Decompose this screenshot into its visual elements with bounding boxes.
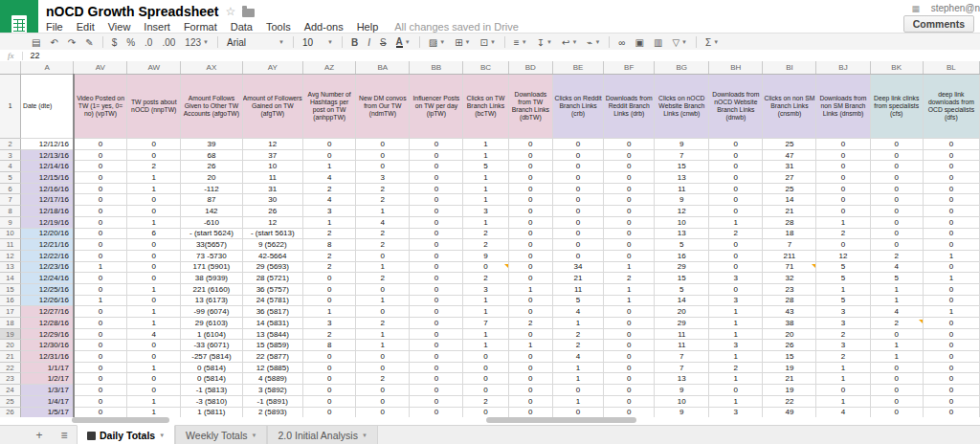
cell-BF2[interactable]: 0	[604, 139, 655, 150]
menu-data[interactable]: Data	[224, 21, 259, 33]
cell-BI7[interactable]: 14	[763, 194, 816, 206]
cell-AZ18[interactable]: 3	[303, 318, 356, 329]
cell-AX20[interactable]: -33 (6071)	[181, 340, 242, 351]
cell-BL18[interactable]: 0	[923, 318, 979, 329]
cell-BJ21[interactable]: 2	[816, 351, 870, 363]
row-header-24[interactable]: 24	[0, 385, 21, 396]
cell-BK23[interactable]: 0	[870, 373, 923, 385]
cell-BH19[interactable]: 1	[709, 328, 763, 340]
cell-BH26[interactable]: 3	[709, 407, 763, 417]
row-header-5[interactable]: 5	[0, 172, 21, 184]
cell-BB13[interactable]: 0	[410, 261, 463, 273]
column-header-BI[interactable]: BI	[763, 61, 816, 75]
paint-format-icon[interactable]: ✎	[80, 37, 98, 48]
cell-AX15[interactable]: 221 (6160)	[181, 283, 242, 295]
cell-BK10[interactable]: 0	[870, 228, 923, 239]
cell-A15[interactable]: 12/25/16	[21, 283, 74, 295]
menu-edit[interactable]: Edit	[70, 21, 101, 33]
cell-BK3[interactable]: 0	[870, 149, 923, 161]
cell-BD5[interactable]: 0	[508, 172, 553, 184]
cell-BJ3[interactable]: 0	[816, 149, 870, 161]
cell-AW26[interactable]: 1	[127, 407, 181, 417]
cell-AY23[interactable]: 4 (5889)	[242, 373, 302, 385]
cell-BL17[interactable]: 1	[923, 306, 979, 318]
cell-BC19[interactable]: 1	[463, 328, 508, 340]
cell-BA10[interactable]: 2	[356, 228, 410, 239]
cell-BA24[interactable]: 0	[356, 385, 410, 396]
cell-A13[interactable]: 12/23/16	[21, 261, 74, 273]
cell-BK4[interactable]: 0	[870, 161, 923, 172]
cell-AW6[interactable]: 1	[127, 183, 181, 194]
cell-BE24[interactable]: 0	[553, 385, 604, 396]
column-header-BE[interactable]: BE	[553, 61, 604, 75]
cell-AV8[interactable]: 0	[74, 206, 127, 217]
cell-AV6[interactable]: 0	[74, 183, 127, 194]
cell-BH8[interactable]: 0	[709, 206, 763, 217]
cell-BH22[interactable]: 2	[709, 362, 763, 373]
currency-icon[interactable]: $	[107, 37, 122, 48]
cell-BJ4[interactable]: 0	[816, 161, 870, 172]
cell-BK1[interactable]: Deep link clinks from specialists (cfs)	[870, 75, 923, 139]
cell-BD7[interactable]: 0	[508, 194, 553, 206]
cell-BA6[interactable]: 2	[356, 183, 410, 194]
cell-BI23[interactable]: 21	[763, 373, 816, 385]
row-header-7[interactable]: 7	[0, 194, 21, 206]
cell-AV19[interactable]: 0	[74, 328, 127, 340]
cell-A23[interactable]: 1/2/17	[21, 373, 74, 385]
cell-BH7[interactable]: 0	[709, 194, 763, 206]
cell-BD16[interactable]: 0	[508, 295, 553, 306]
cell-BG8[interactable]: 12	[655, 206, 709, 217]
cell-BI20[interactable]: 26	[763, 340, 816, 351]
cell-BL19[interactable]: 0	[923, 328, 979, 340]
cell-BE26[interactable]: 0	[553, 407, 604, 417]
cell-AV15[interactable]: 0	[74, 283, 127, 295]
cell-BE22[interactable]: 1	[553, 362, 604, 373]
cell-BE8[interactable]: 0	[553, 206, 604, 217]
cell-BG21[interactable]: 7	[655, 351, 709, 363]
cell-BC5[interactable]: 1	[463, 172, 508, 184]
cell-BJ22[interactable]: 1	[816, 362, 870, 373]
font-family-select[interactable]: Arial▼	[222, 37, 289, 48]
cell-AW21[interactable]: 0	[127, 351, 181, 363]
menu-view[interactable]: View	[101, 21, 138, 33]
row-header-2[interactable]: 2	[0, 139, 21, 150]
column-header-AV[interactable]: AV	[74, 61, 127, 75]
cell-BL10[interactable]: 0	[923, 228, 979, 239]
column-header-BJ[interactable]: BJ	[816, 61, 870, 75]
cell-A5[interactable]: 12/15/16	[21, 172, 74, 184]
cell-AY8[interactable]: 26	[242, 206, 302, 217]
cell-BI4[interactable]: 31	[763, 161, 816, 172]
cell-AW5[interactable]: 1	[127, 172, 181, 184]
cell-A12[interactable]: 12/22/16	[21, 250, 74, 261]
cell-BD24[interactable]: 0	[508, 385, 553, 396]
cell-BA13[interactable]: 1	[356, 261, 410, 273]
cell-BE17[interactable]: 4	[553, 306, 604, 318]
cell-AY24[interactable]: 3 (5892)	[242, 385, 302, 396]
column-header-BB[interactable]: BB	[410, 61, 463, 75]
cell-BC3[interactable]: 1	[463, 149, 508, 161]
cell-BA25[interactable]: 0	[356, 395, 410, 407]
row-header-14[interactable]: 14	[0, 273, 21, 284]
cell-BH15[interactable]: 0	[709, 283, 763, 295]
cell-BE18[interactable]: 1	[553, 318, 604, 329]
cell-A20[interactable]: 12/30/16	[21, 340, 74, 351]
fill-color-button[interactable]: ▨▼	[424, 37, 450, 48]
sheet-tab-daily-totals[interactable]: Daily Totals▼	[77, 425, 175, 444]
filter-button[interactable]: ▽▼	[667, 37, 692, 48]
cell-AV20[interactable]: 0	[74, 340, 127, 351]
cell-BL7[interactable]: 0	[923, 194, 979, 206]
cell-BI13[interactable]: 71	[763, 261, 816, 273]
cell-BL20[interactable]: 0	[923, 340, 979, 351]
cell-BG16[interactable]: 14	[655, 295, 709, 306]
cell-BE16[interactable]: 5	[553, 295, 604, 306]
cell-BH2[interactable]: 0	[709, 139, 763, 150]
cell-BK8[interactable]: 0	[870, 206, 923, 217]
row-header-17[interactable]: 17	[0, 306, 21, 318]
cell-A14[interactable]: 12/24/16	[21, 273, 74, 284]
cell-BE12[interactable]: 0	[553, 250, 604, 261]
cell-BJ10[interactable]: 2	[816, 228, 870, 239]
cell-BE1[interactable]: Clicks on Reddit Branch Links (crb)	[553, 75, 604, 139]
row-header-22[interactable]: 22	[0, 362, 21, 373]
cell-BG2[interactable]: 9	[655, 139, 709, 150]
cell-BG13[interactable]: 29	[655, 261, 709, 273]
